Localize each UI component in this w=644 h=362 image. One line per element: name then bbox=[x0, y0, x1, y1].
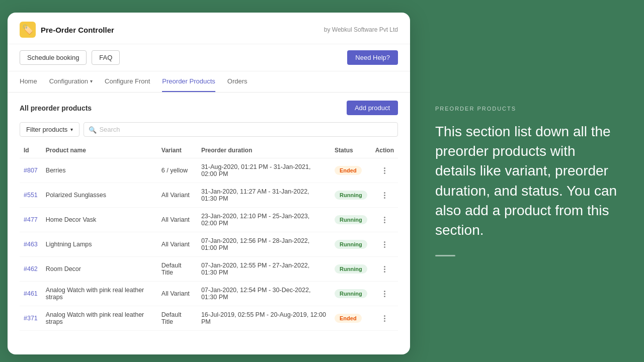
table-row: #477 Home Decor Vask All Variant 23-Jan-… bbox=[20, 208, 398, 232]
app-icon: 🏷️ bbox=[20, 22, 36, 38]
faq-button[interactable]: FAQ bbox=[92, 50, 120, 65]
cell-id: #807 bbox=[20, 158, 42, 183]
dot bbox=[384, 244, 385, 245]
cell-id: #477 bbox=[20, 208, 42, 232]
app-subtitle: by Webkul Software Pvt Ltd bbox=[324, 26, 398, 33]
dot bbox=[384, 241, 385, 243]
search-input[interactable] bbox=[84, 122, 398, 137]
cell-product-name: Lightning Lamps bbox=[42, 232, 157, 257]
cell-variant: Default Title bbox=[157, 306, 197, 331]
dot bbox=[384, 167, 385, 169]
chevron-down-icon: ▾ bbox=[90, 78, 93, 84]
status-badge: Ended bbox=[335, 166, 362, 175]
cell-status: Running bbox=[331, 282, 371, 306]
tab-configuration[interactable]: Configuration ▾ bbox=[49, 71, 93, 92]
product-id-link[interactable]: #807 bbox=[24, 167, 38, 174]
app-header: 🏷️ Pre-Order Controller by Webkul Softwa… bbox=[8, 13, 410, 44]
col-action: Action bbox=[371, 143, 398, 158]
add-product-button[interactable]: Add product bbox=[347, 101, 398, 115]
dot bbox=[384, 170, 385, 171]
tab-preorder-products[interactable]: Preorder Products bbox=[162, 71, 215, 92]
action-menu-button[interactable] bbox=[375, 217, 394, 223]
cell-product-name: Room Decor bbox=[42, 257, 157, 282]
schedule-booking-button[interactable]: Schedule booking bbox=[20, 50, 87, 65]
product-id-link[interactable]: #463 bbox=[24, 241, 38, 248]
col-variant: Variant bbox=[157, 143, 197, 158]
cell-status: Running bbox=[331, 232, 371, 257]
tab-orders[interactable]: Orders bbox=[227, 71, 248, 92]
table-row: #807 Berries 6 / yellow 31-Aug-2020, 01:… bbox=[20, 158, 398, 183]
cell-product-name: Polarized Sunglasses bbox=[42, 183, 157, 208]
section-label: PREORDER PRODUCTS bbox=[435, 106, 619, 112]
cell-id: #462 bbox=[20, 257, 42, 282]
nav-tabs: Home Configuration ▾ Configure Front Pre… bbox=[8, 71, 410, 93]
table-row: #462 Room Decor Default Title 07-Jan-202… bbox=[20, 257, 398, 282]
dot bbox=[384, 217, 385, 218]
action-menu-button[interactable] bbox=[375, 167, 394, 174]
product-id-link[interactable]: #551 bbox=[24, 192, 38, 199]
cell-variant: All Variant bbox=[157, 208, 197, 232]
toolbar: Schedule booking FAQ Need Help? bbox=[8, 44, 410, 71]
cell-id: #551 bbox=[20, 183, 42, 208]
product-id-link[interactable]: #371 bbox=[24, 315, 38, 322]
status-badge: Running bbox=[335, 289, 367, 298]
cell-action bbox=[371, 208, 398, 232]
dot bbox=[384, 293, 385, 295]
app-title-area: 🏷️ Pre-Order Controller bbox=[20, 22, 114, 38]
dot bbox=[384, 197, 385, 199]
col-status: Status bbox=[331, 143, 371, 158]
cell-variant: All Variant bbox=[157, 232, 197, 257]
action-menu-button[interactable] bbox=[375, 266, 394, 273]
status-badge: Running bbox=[335, 215, 367, 224]
search-icon: 🔍 bbox=[89, 126, 97, 133]
action-menu-button[interactable] bbox=[375, 291, 394, 297]
status-badge: Running bbox=[335, 264, 367, 274]
dot bbox=[384, 271, 385, 273]
cell-status: Running bbox=[331, 208, 371, 232]
action-menu-button[interactable] bbox=[375, 241, 394, 248]
action-menu-button[interactable] bbox=[375, 192, 394, 199]
cell-variant: Default Title bbox=[157, 257, 197, 282]
product-id-link[interactable]: #461 bbox=[24, 290, 38, 297]
cell-id: #463 bbox=[20, 232, 42, 257]
cell-action bbox=[371, 158, 398, 183]
status-badge: Running bbox=[335, 240, 367, 249]
cell-preorder-duration: 16-Jul-2019, 02:55 PM - 20-Aug-2019, 12:… bbox=[197, 306, 331, 331]
cell-preorder-duration: 31-Jan-2020, 11:27 AM - 31-Jan-2022, 01:… bbox=[197, 183, 331, 208]
cell-action bbox=[371, 306, 398, 331]
dot bbox=[384, 318, 385, 319]
dot bbox=[384, 291, 385, 292]
table-header-row: Id Product name Variant Preorder duratio… bbox=[20, 143, 398, 158]
cell-status: Running bbox=[331, 183, 371, 208]
cell-id: #371 bbox=[20, 306, 42, 331]
status-badge: Ended bbox=[335, 314, 362, 323]
product-id-link[interactable]: #477 bbox=[24, 216, 38, 223]
cell-product-name: Berries bbox=[42, 158, 157, 183]
filter-products-dropdown[interactable]: Filter products ▾ bbox=[20, 122, 79, 137]
cell-action bbox=[371, 282, 398, 306]
dot bbox=[384, 268, 385, 270]
product-id-link[interactable]: #462 bbox=[24, 265, 38, 273]
cell-preorder-duration: 07-Jan-2020, 12:54 PM - 30-Dec-2022, 01:… bbox=[197, 282, 331, 306]
cell-product-name: Analog Watch with pink real leather stra… bbox=[42, 282, 157, 306]
tab-configure-front[interactable]: Configure Front bbox=[105, 71, 150, 92]
cell-product-name: Home Decor Vask bbox=[42, 208, 157, 232]
dot bbox=[384, 172, 385, 174]
dot bbox=[384, 315, 385, 317]
need-help-button[interactable]: Need Help? bbox=[347, 50, 398, 65]
table-row: #551 Polarized Sunglasses All Variant 31… bbox=[20, 183, 398, 208]
section-divider bbox=[435, 255, 455, 256]
cell-action bbox=[371, 257, 398, 282]
table-row: #461 Analog Watch with pink real leather… bbox=[20, 282, 398, 306]
cell-variant: 6 / yellow bbox=[157, 158, 197, 183]
action-menu-button[interactable] bbox=[375, 315, 394, 322]
tab-home[interactable]: Home bbox=[20, 71, 37, 92]
cell-variant: All Variant bbox=[157, 183, 197, 208]
dot bbox=[384, 219, 385, 221]
cell-variant: All Variant bbox=[157, 282, 197, 306]
cell-product-name: Analog Watch with pink real leather stra… bbox=[42, 306, 157, 331]
col-product-name: Product name bbox=[42, 143, 157, 158]
dot bbox=[384, 195, 385, 196]
cell-preorder-duration: 07-Jan-2020, 12:55 PM - 27-Jan-2022, 01:… bbox=[197, 257, 331, 282]
table-row: #463 Lightning Lamps All Variant 07-Jan-… bbox=[20, 232, 398, 257]
